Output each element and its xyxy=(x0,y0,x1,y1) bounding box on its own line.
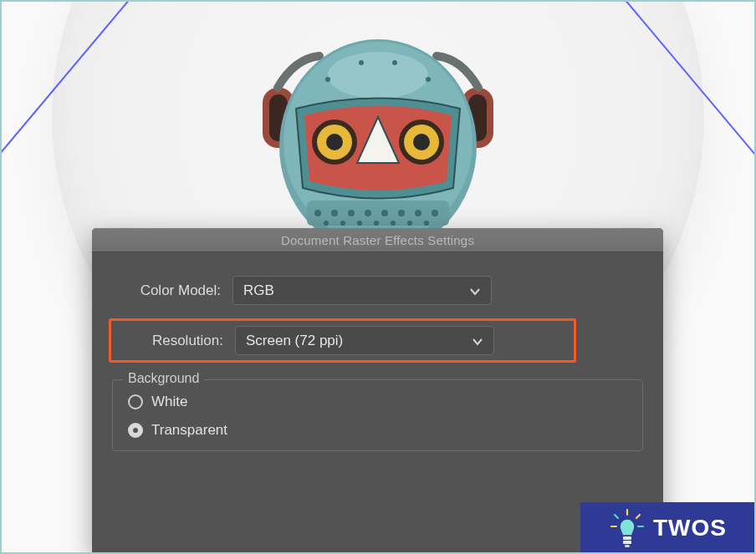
resolution-highlight: Resolution: Screen (72 ppi) xyxy=(109,318,576,363)
svg-point-21 xyxy=(415,210,421,216)
svg-point-9 xyxy=(326,134,343,150)
lightbulb-icon xyxy=(610,508,645,548)
resolution-label: Resolution: xyxy=(115,333,223,349)
svg-point-26 xyxy=(374,221,379,226)
background-legend: Background xyxy=(123,371,204,386)
svg-point-20 xyxy=(398,210,405,216)
color-model-select[interactable]: RGB xyxy=(232,276,492,305)
svg-rect-47 xyxy=(625,545,630,547)
svg-line-42 xyxy=(636,515,640,518)
resolution-select[interactable]: Screen (72 ppi) xyxy=(235,326,494,355)
radio-icon xyxy=(128,394,143,409)
robot-illustration xyxy=(227,13,529,255)
svg-point-22 xyxy=(432,210,438,216)
radio-label-transparent: Transparent xyxy=(151,422,227,439)
watermark-text: TWOS xyxy=(653,515,727,541)
chevron-down-icon xyxy=(469,285,481,297)
svg-point-31 xyxy=(359,60,364,65)
svg-rect-45 xyxy=(623,536,631,540)
dialog-titlebar[interactable]: Document Raster Effects Settings xyxy=(92,228,663,252)
svg-line-41 xyxy=(615,515,618,518)
background-radio-white[interactable]: White xyxy=(128,394,627,410)
svg-rect-46 xyxy=(623,541,631,544)
chevron-down-icon xyxy=(472,335,483,347)
radio-label-white: White xyxy=(151,394,187,410)
svg-point-17 xyxy=(348,210,355,216)
color-model-value: RGB xyxy=(243,282,274,299)
color-model-row: Color Model: RGB xyxy=(112,276,643,305)
svg-point-30 xyxy=(325,77,330,82)
color-model-label: Color Model: xyxy=(112,282,221,299)
background-fieldset: Background White Transparent xyxy=(112,379,643,451)
svg-point-29 xyxy=(424,221,429,226)
svg-point-33 xyxy=(426,77,431,82)
svg-point-24 xyxy=(340,221,345,226)
radio-icon xyxy=(128,423,143,438)
svg-point-28 xyxy=(407,221,412,226)
svg-point-16 xyxy=(331,210,338,216)
svg-point-19 xyxy=(381,210,388,216)
svg-point-23 xyxy=(324,221,329,226)
raster-effects-settings-dialog: Document Raster Effects Settings Color M… xyxy=(92,228,663,554)
svg-point-25 xyxy=(357,221,362,226)
svg-point-6 xyxy=(328,52,428,99)
svg-point-12 xyxy=(413,134,430,150)
svg-point-27 xyxy=(391,221,396,226)
resolution-value: Screen (72 ppi) xyxy=(246,333,343,349)
background-radio-transparent[interactable]: Transparent xyxy=(128,422,627,439)
svg-point-18 xyxy=(365,210,371,216)
watermark: TWOS xyxy=(580,502,756,554)
dialog-title: Document Raster Effects Settings xyxy=(281,233,474,247)
svg-point-32 xyxy=(392,60,397,65)
svg-point-15 xyxy=(314,210,321,216)
resolution-row: Resolution: Screen (72 ppi) xyxy=(115,326,570,355)
